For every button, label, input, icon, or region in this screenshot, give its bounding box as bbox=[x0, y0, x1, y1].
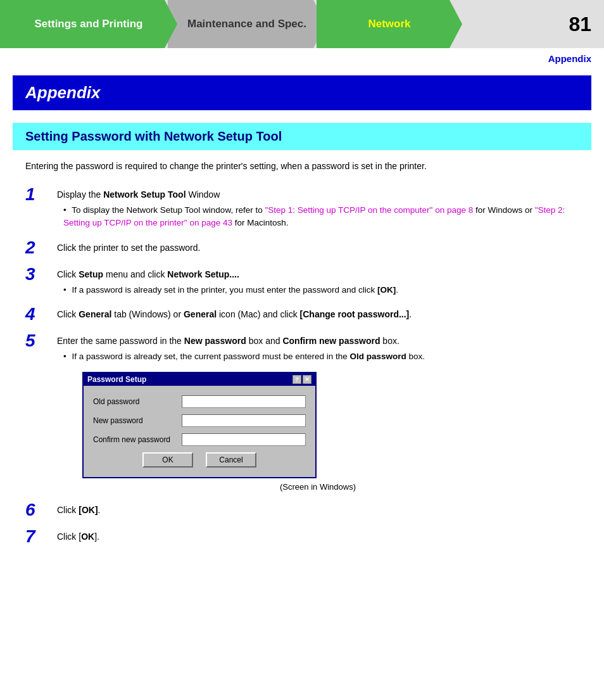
dialog-help-btn[interactable]: ? bbox=[293, 375, 301, 384]
dialog-container: Password Setup ? ✕ Old password New pass… bbox=[82, 372, 553, 492]
section-title: Setting Password with Network Setup Tool bbox=[25, 129, 579, 144]
step-5-content: Enter the same password in the New passw… bbox=[57, 332, 579, 363]
step-3-content: Click Setup menu and click Network Setup… bbox=[57, 265, 579, 296]
dialog-label-new: New password bbox=[93, 416, 182, 425]
step-7-content: Click [OK]. bbox=[57, 528, 579, 544]
step-1-bullet: To display the Network Setup Tool window… bbox=[63, 204, 579, 230]
dialog-input-confirm[interactable] bbox=[182, 433, 306, 446]
content-area: Entering the password is required to cha… bbox=[0, 150, 604, 564]
step-5-bullet-bold: Old password bbox=[349, 352, 406, 361]
dialog-cancel-button[interactable]: Cancel bbox=[206, 452, 256, 468]
step-7-number: 7 bbox=[25, 528, 57, 545]
tab-settings[interactable]: Settings and Printing bbox=[0, 0, 177, 48]
step-3-bold1: Setup bbox=[79, 269, 103, 279]
step-6: 6 Click [OK]. bbox=[25, 501, 579, 519]
step-3: 3 Click Setup menu and click Network Set… bbox=[25, 265, 579, 296]
step-4-number: 4 bbox=[25, 305, 57, 323]
step-1-link1: "Step 1: Setting up TCP/IP on the comput… bbox=[265, 205, 473, 215]
step-5-bullet: If a password is already set, the curren… bbox=[63, 350, 579, 363]
intro-text: Entering the password is required to cha… bbox=[25, 160, 579, 173]
appendix-title: Appendix bbox=[25, 83, 579, 103]
dialog-input-old[interactable] bbox=[182, 395, 306, 408]
step-4: 4 Click General tab (Windows) or General… bbox=[25, 305, 579, 323]
appendix-sub-label: Appendix bbox=[0, 48, 604, 69]
step-3-number: 3 bbox=[25, 265, 57, 283]
dialog-row-old: Old password bbox=[93, 395, 306, 408]
step-4-bold2: General bbox=[184, 309, 217, 319]
dialog-title: Password Setup bbox=[87, 375, 146, 384]
dialog-label-confirm: Confirm new password bbox=[93, 435, 182, 444]
dialog-input-new[interactable] bbox=[182, 414, 306, 427]
page-number: 81 bbox=[569, 13, 591, 36]
dialog-window: Password Setup ? ✕ Old password New pass… bbox=[82, 372, 317, 478]
step-4-bold1: General bbox=[79, 309, 111, 319]
screen-caption: (Screen in Windows) bbox=[82, 482, 553, 492]
header: Settings and Printing Maintenance and Sp… bbox=[0, 0, 604, 48]
dialog-close-btn[interactable]: ✕ bbox=[303, 375, 311, 384]
dialog-titlebar: Password Setup ? ✕ bbox=[84, 373, 315, 386]
step-5-bold2: Confirm new password bbox=[282, 336, 380, 346]
dialog-titlebar-buttons: ? ✕ bbox=[293, 375, 311, 384]
tab-network-label: Network bbox=[368, 18, 410, 30]
step-2: 2 Click the printer to set the password. bbox=[25, 239, 579, 257]
appendix-title-bar: Appendix bbox=[13, 75, 591, 110]
step-4-content: Click General tab (Windows) or General i… bbox=[57, 305, 579, 321]
step-1-content: Display the Network Setup Tool Window To… bbox=[57, 186, 579, 230]
dialog-ok-button[interactable]: OK bbox=[142, 452, 193, 468]
step-5-number: 5 bbox=[25, 332, 57, 350]
dialog-row-new: New password bbox=[93, 414, 306, 427]
section-title-bar: Setting Password with Network Setup Tool bbox=[13, 123, 591, 150]
dialog-body: Old password New password Confirm new pa… bbox=[84, 386, 315, 477]
dialog-buttons: OK Cancel bbox=[93, 452, 306, 468]
dialog-row-confirm: Confirm new password bbox=[93, 433, 306, 446]
step-6-number: 6 bbox=[25, 501, 57, 519]
step-7-bold1: OK bbox=[81, 531, 94, 542]
step-5-bold1: New password bbox=[184, 336, 246, 346]
step-1: 1 Display the Network Setup Tool Window … bbox=[25, 186, 579, 230]
step-6-content: Click [OK]. bbox=[57, 501, 579, 517]
step-7: 7 Click [OK]. bbox=[25, 528, 579, 545]
step-3-bullet-bold: [OK] bbox=[377, 285, 396, 295]
step-3-bullet: If a password is already set in the prin… bbox=[63, 284, 579, 296]
step-2-content: Click the printer to set the password. bbox=[57, 239, 579, 255]
tab-maintenance-label: Maintenance and Spec. bbox=[187, 18, 306, 30]
tab-maintenance[interactable]: Maintenance and Spec. bbox=[168, 0, 326, 48]
dialog-label-old: Old password bbox=[93, 397, 182, 406]
step-6-bold1: [OK] bbox=[79, 505, 98, 515]
step-3-bold2: Network Setup.... bbox=[167, 269, 239, 279]
step-5: 5 Enter the same password in the New pas… bbox=[25, 332, 579, 363]
tab-settings-label: Settings and Printing bbox=[35, 18, 143, 30]
tab-network[interactable]: Network bbox=[317, 0, 462, 48]
step-2-number: 2 bbox=[25, 239, 57, 257]
step-4-bold3: [Change root password...] bbox=[300, 309, 410, 319]
step-1-number: 1 bbox=[25, 186, 57, 203]
step-1-bold1: Network Setup Tool bbox=[103, 189, 186, 200]
